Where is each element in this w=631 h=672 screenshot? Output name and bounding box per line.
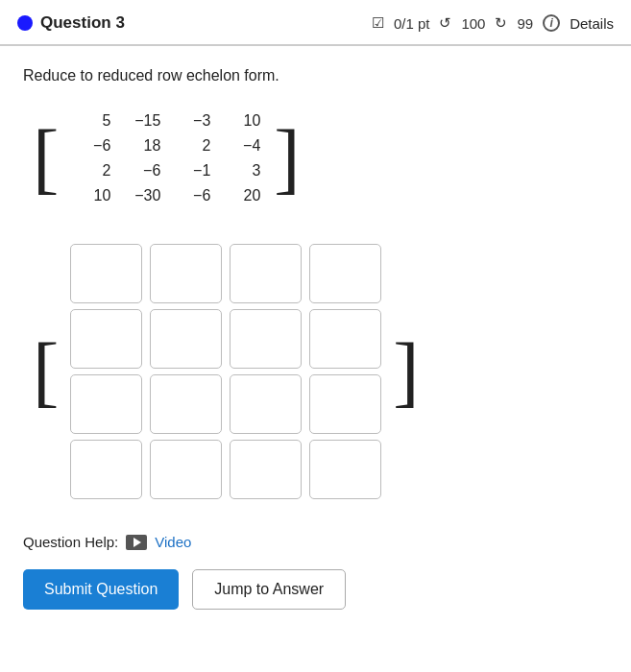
history-icon: ↺	[439, 14, 451, 32]
cell-3-0: 10	[66, 184, 116, 207]
attempts-value: 99	[517, 15, 533, 32]
answer-input-2-0[interactable]	[70, 374, 142, 434]
video-icon	[126, 535, 147, 550]
main-content: Reduce to reduced row echelon form. [ 5 …	[0, 46, 631, 629]
submit-question-button[interactable]: Submit Question	[23, 569, 179, 610]
info-icon[interactable]: i	[543, 14, 560, 32]
cell-2-3: 3	[216, 159, 266, 182]
answer-input-2-2[interactable]	[230, 374, 302, 434]
answer-input-0-3[interactable]	[309, 244, 381, 303]
answer-input-1-3[interactable]	[309, 309, 381, 369]
answer-row-2	[70, 374, 381, 434]
cell-2-0: 2	[66, 159, 116, 182]
score-display: 0/1 pt	[394, 15, 430, 32]
answer-grid	[59, 236, 393, 507]
answer-input-3-2[interactable]	[230, 440, 302, 499]
cell-1-1: 18	[116, 134, 166, 157]
matrix-row: 5 −15 −3 10	[66, 109, 266, 132]
cell-1-0: −6	[66, 134, 116, 157]
cell-0-2: −3	[166, 109, 216, 132]
problem-statement: Reduce to reduced row echelon form.	[23, 67, 608, 84]
cell-0-0: 5	[66, 109, 116, 132]
question-help: Question Help: Video	[23, 534, 608, 550]
answer-input-2-3[interactable]	[309, 374, 381, 434]
answer-left-bracket: [	[33, 332, 59, 411]
cell-0-3: 10	[216, 109, 266, 132]
answer-input-1-2[interactable]	[230, 309, 302, 369]
answer-input-2-1[interactable]	[150, 374, 222, 434]
question-title: Question 3	[40, 13, 125, 33]
history-value: 100	[461, 15, 485, 32]
cell-2-1: −6	[116, 159, 166, 182]
video-link[interactable]: Video	[155, 534, 191, 550]
question-dot	[17, 15, 33, 31]
answer-right-bracket: ]	[393, 332, 419, 411]
details-link[interactable]: Details	[570, 15, 614, 32]
matrix-row: 2 −6 −1 3	[66, 159, 266, 182]
cell-1-2: 2	[166, 134, 216, 157]
answer-input-0-0[interactable]	[70, 244, 142, 303]
answer-row-3	[70, 440, 381, 499]
cell-2-2: −1	[166, 159, 216, 182]
cell-3-1: −30	[116, 184, 166, 207]
answer-input-1-1[interactable]	[150, 309, 222, 369]
matrix-row: 10 −30 −6 20	[66, 184, 266, 207]
jump-to-answer-button[interactable]: Jump to Answer	[192, 569, 346, 610]
left-bracket: [	[33, 119, 59, 198]
refresh-icon: ↻	[495, 14, 507, 32]
answer-row-1	[70, 309, 381, 369]
answer-input-0-2[interactable]	[230, 244, 302, 303]
answer-row-0	[70, 244, 381, 303]
answer-input-3-1[interactable]	[150, 440, 222, 499]
answer-input-3-0[interactable]	[70, 440, 142, 499]
question-help-label: Question Help:	[23, 534, 118, 550]
question-header: Question 3 ☑ 0/1 pt ↺ 100 ↻ 99 i Details	[0, 0, 631, 45]
right-bracket: ]	[274, 119, 300, 198]
check-icon: ☑	[372, 14, 384, 32]
cell-0-1: −15	[116, 109, 166, 132]
source-matrix: [ 5 −15 −3 10 −6 18 2 −4 2 −6 −1 3 10	[33, 106, 301, 211]
cell-3-2: −6	[166, 184, 216, 207]
header-meta: ☑ 0/1 pt ↺ 100 ↻ 99 i Details	[372, 14, 614, 32]
answer-input-1-0[interactable]	[70, 309, 142, 369]
answer-input-0-1[interactable]	[150, 244, 222, 303]
answer-matrix-container: [	[33, 236, 608, 507]
cell-3-3: 20	[216, 184, 266, 207]
matrix-row: −6 18 2 −4	[66, 134, 266, 157]
answer-input-3-3[interactable]	[309, 440, 381, 499]
buttons-row: Submit Question Jump to Answer	[23, 569, 608, 610]
matrix-rows: 5 −15 −3 10 −6 18 2 −4 2 −6 −1 3 10 −30 …	[59, 106, 274, 211]
cell-1-3: −4	[216, 134, 266, 157]
